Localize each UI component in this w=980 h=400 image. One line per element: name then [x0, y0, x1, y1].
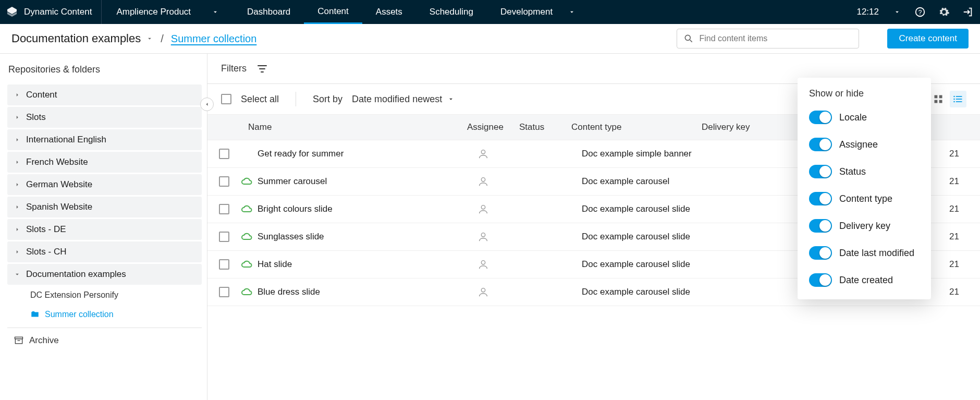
content-panel: Filters Select all Sort by Date modified…: [207, 54, 980, 400]
svg-rect-11: [935, 95, 938, 99]
row-type: Doc example carousel slide: [582, 204, 712, 214]
logout-icon[interactable]: [956, 6, 980, 18]
row-checkbox[interactable]: [219, 287, 229, 297]
grid-view-button[interactable]: [930, 91, 947, 107]
svg-text:?: ?: [918, 9, 922, 16]
row-type: Doc example carousel slide: [582, 259, 712, 270]
chevron-down-icon: [568, 8, 575, 16]
nav-dashboard-label: Dashboard: [247, 7, 290, 17]
chevron-down-icon: [212, 8, 219, 16]
select-all-checkbox[interactable]: [221, 94, 231, 104]
select-all-label: Select all: [241, 94, 279, 105]
col-assignee: Assignee: [467, 122, 519, 132]
row-checkbox[interactable]: [219, 149, 229, 159]
sidebar-folder[interactable]: International English: [7, 129, 202, 150]
toggle-switch[interactable]: [809, 165, 832, 178]
chevron-right-icon: [14, 136, 21, 143]
sidebar-subfolder[interactable]: DC Extension Personify: [7, 286, 202, 304]
svg-point-22: [481, 178, 485, 181]
row-checkbox[interactable]: [219, 259, 229, 270]
row-checkbox[interactable]: [219, 176, 229, 187]
archive-icon: [14, 335, 24, 346]
row-assignee: [477, 203, 530, 215]
collapse-sidebar-button[interactable]: [200, 98, 214, 111]
help-icon[interactable]: ?: [908, 6, 932, 18]
row-name: Summer carousel: [258, 176, 477, 187]
svg-line-3: [690, 40, 692, 42]
row-name: Sunglasses slide: [258, 232, 477, 242]
sidebar-folder[interactable]: Documentation examples: [7, 264, 202, 285]
nav-development[interactable]: Development: [487, 0, 589, 24]
create-content-button[interactable]: Create content: [887, 29, 969, 49]
archive-link[interactable]: Archive: [7, 332, 202, 349]
breadcrumb-current[interactable]: Summer collection: [171, 33, 257, 45]
repo-picker[interactable]: Documentation examples: [11, 32, 153, 45]
row-type: Doc example simple banner: [582, 149, 712, 159]
svg-rect-5: [15, 339, 22, 344]
sidebar-subfolder-label: DC Extension Personify: [30, 290, 118, 300]
sidebar-folder-label: Slots - DE: [26, 224, 66, 235]
user-icon: [477, 231, 489, 243]
cloud-published-icon: [240, 231, 253, 243]
product-switcher[interactable]: Amplience Product: [102, 7, 234, 17]
nav-dashboard[interactable]: Dashboard: [234, 0, 304, 24]
sidebar-folder[interactable]: Slots - CH: [7, 241, 202, 262]
sidebar-folder[interactable]: Slots: [7, 107, 202, 128]
sidebar-folder-label: Slots - CH: [26, 247, 66, 257]
toggle-switch[interactable]: [809, 273, 832, 287]
toggle-switch[interactable]: [809, 138, 832, 151]
nav-scheduling[interactable]: Scheduling: [416, 0, 487, 24]
search-box[interactable]: [677, 29, 859, 49]
sidebar-folder[interactable]: French Website: [7, 152, 202, 173]
sidebar-subfolder[interactable]: Summer collection: [7, 306, 202, 323]
search-input[interactable]: [699, 34, 852, 43]
column-visibility-popover: Show or hide LocaleAssigneeStatusContent…: [798, 78, 931, 299]
cloud-published-icon: [240, 258, 253, 271]
row-name: Blue dress slide: [258, 287, 477, 297]
svg-point-18: [953, 96, 955, 98]
svg-rect-13: [935, 100, 938, 103]
sidebar-folder[interactable]: Spanish Website: [7, 197, 202, 217]
user-icon: [477, 203, 489, 215]
nav-scheduling-label: Scheduling: [430, 7, 473, 17]
col-status: Status: [519, 122, 571, 132]
gear-icon[interactable]: [932, 6, 956, 18]
column-toggle-row: Delivery key: [809, 219, 920, 233]
cloud-published-icon: [240, 286, 253, 298]
sort-by-dropdown[interactable]: Date modified newest: [352, 94, 455, 105]
column-toggle-row: Date last modified: [809, 246, 920, 260]
toggle-switch[interactable]: [809, 246, 832, 260]
column-toggle-row: Content type: [809, 192, 920, 205]
toggle-label: Assignee: [839, 139, 878, 150]
filters-label: Filters: [221, 63, 247, 74]
row-assignee: [477, 176, 530, 187]
sidebar-folder[interactable]: Content: [7, 84, 202, 105]
toggle-switch[interactable]: [809, 111, 832, 124]
filter-icon[interactable]: [256, 63, 268, 75]
nav-assets-label: Assets: [376, 7, 402, 17]
toggle-switch[interactable]: [809, 192, 832, 205]
folder-icon: [30, 310, 40, 319]
nav-content[interactable]: Content: [304, 0, 362, 24]
sidebar-folder[interactable]: German Website: [7, 174, 202, 195]
column-toggle-row: Locale: [809, 111, 920, 124]
clock-value: 12:12: [856, 7, 879, 17]
svg-point-2: [685, 35, 691, 40]
svg-point-21: [481, 150, 485, 154]
row-assignee: [477, 231, 530, 243]
sidebar-folder[interactable]: Slots - DE: [7, 219, 202, 240]
clock[interactable]: 12:12: [849, 7, 908, 17]
nav-assets[interactable]: Assets: [362, 0, 416, 24]
row-name: Hat slide: [258, 259, 477, 270]
row-checkbox[interactable]: [219, 232, 229, 242]
row-type: Doc example carousel slide: [582, 287, 712, 297]
list-view-button[interactable]: [950, 91, 966, 107]
user-icon: [477, 286, 489, 298]
repo-name-label: Documentation examples: [11, 32, 141, 45]
svg-rect-12: [939, 95, 942, 99]
chevron-down-icon: [146, 35, 153, 42]
toggle-switch[interactable]: [809, 219, 832, 233]
row-checkbox[interactable]: [219, 204, 229, 214]
sidebar-folder-label: French Website: [26, 157, 88, 167]
toggle-label: Delivery key: [839, 221, 890, 232]
